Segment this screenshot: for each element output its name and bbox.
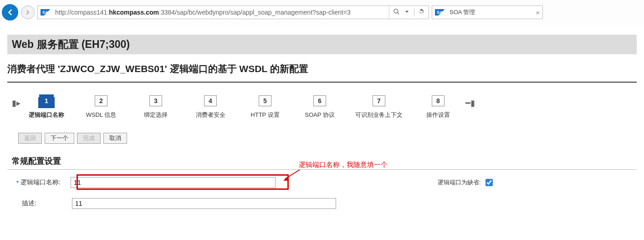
tab-title: SOA 管理 — [450, 8, 533, 16]
required-mark: * — [16, 179, 19, 186]
name-label: 逻辑端口名称: — [20, 178, 71, 187]
arrow-left-icon — [5, 8, 15, 17]
address-bar-icons — [389, 6, 429, 19]
chevron-down-icon[interactable] — [404, 8, 410, 16]
step-label: 绑定选择 — [144, 111, 168, 119]
step-number: 2 — [95, 95, 107, 106]
default-port-group: 逻辑端口为缺省: — [438, 178, 493, 187]
url-rest: :3384/sap/bc/webdynpro/sap/appl_soap_man… — [159, 9, 351, 16]
step-label: SOAP 协议 — [305, 111, 335, 119]
roadmap-end-icon: ━▮ — [465, 98, 473, 108]
finish-button: 完成 — [77, 133, 101, 144]
step-number: 4 — [204, 95, 217, 106]
nav-back-button[interactable] — [2, 4, 18, 21]
step-5[interactable]: 5 HTTP 设置 — [238, 95, 292, 119]
step-2[interactable]: 2 WSDL 信息 — [74, 95, 128, 119]
roadmap: ▮▸ 1 逻辑端口名称 2 WSDL 信息 3 绑定选择 4 消费者安全 5 H… — [7, 95, 637, 119]
back-button: 返回 — [18, 133, 42, 144]
close-icon[interactable]: × — [536, 9, 540, 16]
url-text: http://compass141.hkcompass.com:3384/sap… — [55, 9, 389, 16]
sap-favicon-icon: SAP — [41, 9, 52, 16]
sub-title: 消费者代理 'ZJWCO_ZJW_WEBS01' 逻辑端口的基于 WSDL 的新… — [7, 63, 637, 83]
page-title: Web 服务配置 (EH7;300) — [7, 35, 637, 54]
logical-port-name-input[interactable] — [71, 177, 276, 188]
address-bar[interactable]: SAP http://compass141.hkcompass.com:3384… — [37, 5, 429, 19]
refresh-icon[interactable] — [414, 8, 425, 16]
step-8[interactable]: 8 操作设置 — [411, 95, 465, 119]
page-content: Web 服务配置 (EH7;300) 消费者代理 'ZJWCO_ZJW_WEBS… — [0, 25, 644, 209]
arrow-right-icon — [25, 9, 31, 16]
step-number: 6 — [313, 95, 326, 106]
form-row-name: * 逻辑端口名称: 逻辑端口名称，我随意填一个 逻辑端口为缺省: — [7, 177, 637, 188]
sap-favicon-icon: SAP — [435, 9, 447, 16]
step-number: 5 — [259, 95, 271, 106]
roadmap-start-icon: ▮▸ — [12, 98, 19, 108]
annotation-text: 逻辑端口名称，我随意填一个 — [299, 161, 388, 169]
step-number: 3 — [149, 95, 162, 106]
nav-forward-button[interactable] — [21, 5, 35, 19]
browser-tab[interactable]: SAP SOA 管理 × — [432, 5, 543, 19]
step-label: 逻辑端口名称 — [29, 111, 64, 119]
step-7[interactable]: 7 可识别业务上下文 — [347, 95, 411, 119]
form-row-desc: 描述: — [7, 198, 637, 209]
step-label: HTTP 设置 — [250, 111, 279, 119]
url-host: hkcompass.com — [109, 9, 159, 16]
step-4[interactable]: 4 消费者安全 — [183, 95, 238, 119]
next-button[interactable]: 下一个 — [45, 133, 74, 144]
annotation-arrow-icon — [282, 169, 301, 183]
step-number: 8 — [432, 95, 445, 106]
step-1[interactable]: 1 逻辑端口名称 — [19, 95, 74, 119]
step-label: 消费者安全 — [196, 111, 225, 119]
url-prefix: http://compass141. — [55, 9, 109, 16]
annotation-label: 逻辑端口名称，我随意填一个 — [299, 161, 388, 168]
step-number: 7 — [373, 95, 385, 106]
search-icon[interactable] — [393, 8, 400, 16]
step-number: 1 — [40, 95, 53, 106]
step-label: WSDL 信息 — [86, 111, 117, 119]
cancel-button[interactable]: 取消 — [103, 133, 127, 144]
browser-toolbar: SAP http://compass141.hkcompass.com:3384… — [0, 0, 644, 25]
default-port-checkbox[interactable] — [486, 179, 493, 186]
step-label: 可识别业务上下文 — [355, 111, 403, 119]
step-6[interactable]: 6 SOAP 协议 — [292, 95, 347, 119]
description-input[interactable] — [72, 198, 336, 209]
desc-label: 描述: — [22, 199, 72, 208]
default-port-label: 逻辑端口为缺省: — [438, 178, 481, 187]
step-3[interactable]: 3 绑定选择 — [128, 95, 183, 119]
step-label: 操作设置 — [426, 111, 450, 119]
button-row: 返回 下一个 完成 取消 — [7, 133, 637, 144]
